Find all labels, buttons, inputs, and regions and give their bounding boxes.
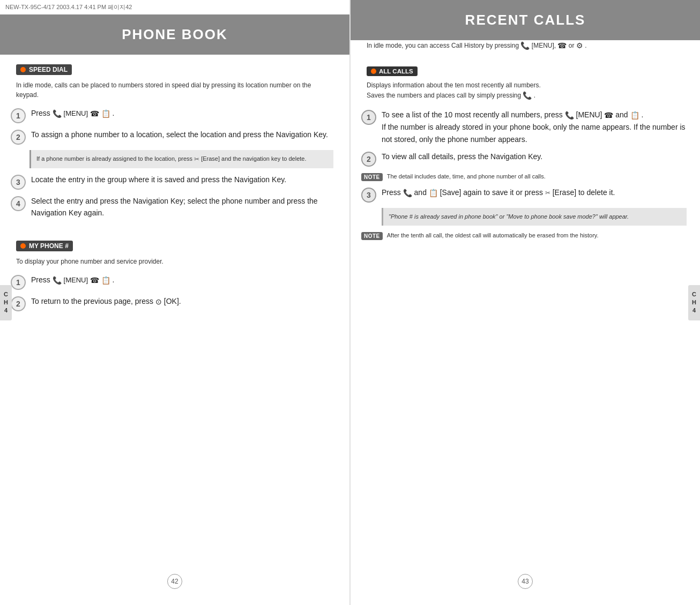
my-phone-dot — [20, 243, 26, 249]
note-box-right: "Phone # is already saved in phone book"… — [382, 208, 687, 226]
ok-icon: ⊙ — [155, 296, 162, 308]
step-1-content: Press 📞 [MENU] ☎ 📋 . — [31, 107, 333, 119]
period-1: . — [112, 109, 114, 117]
step-4-left: 4 Select the entry and press the Navigat… — [11, 195, 333, 219]
step-1r-content: To see a list of the 10 most recently al… — [382, 109, 687, 145]
phone-icon-3r: 📞 — [403, 187, 412, 199]
page-num-right: 43 — [518, 574, 533, 589]
history-icon: ☎ — [557, 40, 567, 51]
step-2-content: To assign a phone number to a location, … — [31, 129, 333, 140]
star-icon: ⚙ — [576, 40, 583, 51]
step-2b-content: To return to the previous page, press ⊙ … — [31, 295, 333, 308]
note-badge-1: NOTE The detail includes date, time, and… — [361, 172, 689, 181]
speed-dial-note: If a phone number is already assigned to… — [29, 150, 333, 168]
step-circle-3r: 3 — [361, 188, 376, 203]
list-icon-r: 📋 — [630, 109, 639, 121]
press-label-1b: Press — [31, 275, 53, 284]
step-circle-2b: 2 — [11, 296, 26, 311]
step-3r-content: Press 📞 and 📋 [Save] again to save it or… — [382, 186, 687, 199]
menu-label-1b: [MENU] — [64, 276, 90, 284]
step-circle-4: 4 — [11, 196, 26, 211]
step-4-content: Select the entry and press the Navigatio… — [31, 195, 333, 219]
step-1b-left: 1 Press 📞 [MENU] ☎ 📋 . — [11, 274, 333, 290]
menu-label-1: [MENU] — [64, 109, 90, 117]
note-badge-2: NOTE After the tenth all call, the oldes… — [361, 231, 689, 240]
phone-icon-1: 📞 — [53, 108, 62, 119]
note-tag-text-2: After the tenth all call, the oldest cal… — [387, 231, 599, 240]
note-tag-text-1: The detail includes date, time, and phon… — [387, 172, 546, 181]
step-3-left: 3 Locate the entry in the group where it… — [11, 174, 333, 190]
section-dot — [20, 67, 26, 72]
page-num-left: 42 — [167, 574, 182, 589]
recent-calls-intro: In idle mode, you can access Call Histor… — [367, 40, 684, 51]
right-title: RECENT CALLS — [351, 12, 700, 28]
page-left: NEW-TX-95C-4/17 2003.4.17 4:41 PM 페이지42 … — [0, 0, 349, 605]
speed-dial-label: SPEED DIAL — [16, 64, 72, 75]
nav-icon-1: ☎ — [90, 108, 99, 119]
save-icon-3r: 📋 — [429, 187, 438, 199]
print-header: NEW-TX-95C-4/17 2003.4.17 4:41 PM 페이지42 — [0, 0, 349, 14]
my-phone-intro: To display your phone number and service… — [16, 257, 333, 266]
menu-icon-r: 📞 — [565, 109, 574, 121]
list-icon-1: 📋 — [101, 108, 110, 119]
ch-tab-left: CH4 — [0, 285, 12, 320]
save-icon: 📞 — [523, 90, 532, 101]
speed-dial-intro: In idle mode, calls can be placed to num… — [16, 80, 333, 100]
press-label-1: Press — [31, 109, 53, 117]
phone-icon-1b: 📞 — [53, 274, 62, 286]
all-calls-dot — [371, 69, 376, 74]
my-phone-label: MY PHONE # — [16, 241, 73, 251]
left-page-header: PHONE BOOK — [0, 14, 349, 55]
left-title: PHONE BOOK — [0, 26, 349, 43]
step-2-left: 2 To assign a phone number to a location… — [11, 129, 333, 145]
nav-icon-r: ☎ — [604, 109, 613, 121]
ch-tab-right: CH4 — [688, 285, 700, 320]
step-3-content: Locate the entry in the group where it i… — [31, 174, 333, 185]
step-3-right: 3 Press 📞 and 📋 [Save] again to save it … — [361, 186, 687, 203]
period-1b: . — [112, 275, 114, 284]
note-tag-1: NOTE — [361, 173, 383, 181]
all-calls-text: ALL CALLS — [379, 68, 413, 74]
right-page-header: RECENT CALLS — [351, 0, 700, 40]
all-calls-label: ALL CALLS — [367, 66, 418, 76]
step-2r-content: To view all call details, press the Navi… — [382, 151, 687, 162]
speed-dial-text: SPEED DIAL — [29, 66, 68, 73]
step-circle-2r: 2 — [361, 152, 376, 167]
step-1b-content: Press 📞 [MENU] ☎ 📋 . — [31, 274, 333, 286]
menu-phone-icon: 📞 — [520, 40, 530, 51]
all-calls-intro: Displays information about the ten most … — [367, 80, 684, 101]
step-2-right: 2 To view all call details, press the Na… — [361, 151, 687, 167]
step-circle-1r: 1 — [361, 110, 376, 125]
step-circle-1: 1 — [11, 108, 26, 123]
erase-icon-3r: ✂ — [545, 188, 550, 198]
my-phone-text: MY PHONE # — [29, 242, 69, 250]
nav-icon-1b: ☎ — [90, 274, 99, 286]
erase-icon-1: ✂ — [194, 154, 199, 164]
page-right: RECENT CALLS In idle mode, you can acces… — [351, 0, 700, 605]
step-circle-3: 3 — [11, 175, 26, 190]
step-2b-left: 2 To return to the previous page, press … — [11, 295, 333, 311]
step-circle-1b: 1 — [11, 275, 26, 290]
step-1-left: 1 Press 📞 [MENU] ☎ 📋 . — [11, 107, 333, 123]
note-tag-2: NOTE — [361, 232, 383, 240]
step-1-right: 1 To see a list of the 10 most recently … — [361, 109, 687, 145]
step-circle-2: 2 — [11, 130, 26, 145]
list-icon-1b: 📋 — [101, 274, 110, 286]
